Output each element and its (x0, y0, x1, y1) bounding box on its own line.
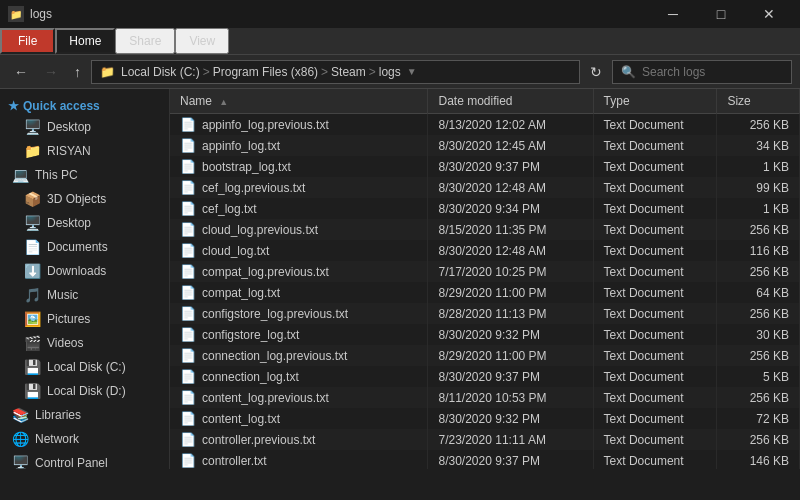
sidebar-item-desktop2[interactable]: 🖥️ Desktop (0, 211, 169, 235)
sidebar-item-documents[interactable]: 📄 Documents (0, 235, 169, 259)
sidebar-item-videos[interactable]: 🎬 Videos (0, 331, 169, 355)
search-box[interactable]: 🔍 (612, 60, 792, 84)
table-row[interactable]: 📄 controller.txt 8/30/2020 9:37 PM Text … (170, 450, 800, 469)
file-date: 7/23/2020 11:11 AM (428, 429, 593, 450)
file-icon: 📄 (180, 327, 196, 342)
file-name-cell: 📄 cloud_log.txt (170, 240, 428, 261)
sidebar-item-label: Desktop (47, 120, 91, 134)
table-row[interactable]: 📄 configstore_log.txt 8/30/2020 9:32 PM … (170, 324, 800, 345)
sidebar-item-label: Network (35, 432, 79, 446)
refresh-button[interactable]: ↻ (584, 60, 608, 84)
table-row[interactable]: 📄 cloud_log.previous.txt 8/15/2020 11:35… (170, 219, 800, 240)
file-icon: 📄 (180, 369, 196, 384)
col-header-name[interactable]: Name ▲ (170, 89, 428, 114)
path-seg-logs[interactable]: logs (379, 65, 401, 79)
path-seg-programfiles[interactable]: Program Files (x86) (213, 65, 318, 79)
file-icon: 📄 (180, 243, 196, 258)
tab-share[interactable]: Share (115, 28, 175, 54)
file-name: controller.txt (202, 454, 267, 468)
search-input[interactable] (642, 65, 792, 79)
file-name-cell: 📄 connection_log.previous.txt (170, 345, 428, 366)
file-type: Text Document (593, 387, 717, 408)
col-header-size[interactable]: Size (717, 89, 800, 114)
up-button[interactable]: ↑ (68, 60, 87, 84)
tab-file[interactable]: File (0, 28, 55, 54)
title-bar-controls: ─ □ ✕ (650, 0, 792, 28)
sidebar-item-risyan[interactable]: 📁 RISYAN (0, 139, 169, 163)
path-seg-c[interactable]: Local Disk (C:) (121, 65, 200, 79)
table-row[interactable]: 📄 compat_log.txt 8/29/2020 11:00 PM Text… (170, 282, 800, 303)
table-row[interactable]: 📄 compat_log.previous.txt 7/17/2020 10:2… (170, 261, 800, 282)
path-dropdown-arrow[interactable]: ▼ (407, 66, 417, 77)
table-row[interactable]: 📄 configstore_log.previous.txt 8/28/2020… (170, 303, 800, 324)
file-size: 256 KB (717, 429, 800, 450)
sidebar-item-downloads[interactable]: ⬇️ Downloads (0, 259, 169, 283)
file-name-cell: 📄 controller.previous.txt (170, 429, 428, 450)
table-row[interactable]: 📄 appinfo_log.txt 8/30/2020 12:45 AM Tex… (170, 135, 800, 156)
file-type: Text Document (593, 324, 717, 345)
path-arrow-1: > (203, 65, 210, 79)
main-layout: ★ Quick access 🖥️ Desktop 📁 RISYAN 💻 Thi… (0, 89, 800, 469)
sidebar-item-music[interactable]: 🎵 Music (0, 283, 169, 307)
table-row[interactable]: 📄 bootstrap_log.txt 8/30/2020 9:37 PM Te… (170, 156, 800, 177)
sidebar-item-label: Control Panel (35, 456, 108, 469)
sidebar-item-control-panel[interactable]: 🖥️ Control Panel (0, 451, 169, 469)
file-icon: 📄 (180, 453, 196, 468)
sidebar-item-pictures[interactable]: 🖼️ Pictures (0, 307, 169, 331)
file-name: cef_log.txt (202, 202, 257, 216)
file-name: content_log.txt (202, 412, 280, 426)
table-row[interactable]: 📄 cef_log.txt 8/30/2020 9:34 PM Text Doc… (170, 198, 800, 219)
col-header-date[interactable]: Date modified (428, 89, 593, 114)
sidebar-item-this-pc[interactable]: 💻 This PC (0, 163, 169, 187)
address-path[interactable]: 📁 Local Disk (C:) > Program Files (x86) … (91, 60, 580, 84)
tab-view[interactable]: View (175, 28, 229, 54)
maximize-button[interactable]: □ (698, 0, 744, 28)
table-row[interactable]: 📄 cef_log.previous.txt 8/30/2020 12:48 A… (170, 177, 800, 198)
forward-button[interactable]: → (38, 60, 64, 84)
sidebar-item-local-c[interactable]: 💾 Local Disk (C:) (0, 355, 169, 379)
tab-home[interactable]: Home (55, 28, 115, 54)
file-date: 8/30/2020 12:48 AM (428, 240, 593, 261)
file-name: appinfo_log.txt (202, 139, 280, 153)
table-row[interactable]: 📄 cloud_log.txt 8/30/2020 12:48 AM Text … (170, 240, 800, 261)
col-header-type[interactable]: Type (593, 89, 717, 114)
table-row[interactable]: 📄 content_log.txt 8/30/2020 9:32 PM Text… (170, 408, 800, 429)
search-icon: 🔍 (621, 65, 636, 79)
table-row[interactable]: 📄 connection_log.previous.txt 8/29/2020 … (170, 345, 800, 366)
sidebar-item-label: Videos (47, 336, 83, 350)
sidebar-item-network[interactable]: 🌐 Network (0, 427, 169, 451)
file-size: 64 KB (717, 282, 800, 303)
back-button[interactable]: ← (8, 60, 34, 84)
path-seg-steam[interactable]: Steam (331, 65, 366, 79)
file-name-cell: 📄 controller.txt (170, 450, 428, 469)
title-bar-icons: 📁 (8, 6, 24, 22)
minimize-button[interactable]: ─ (650, 0, 696, 28)
file-type: Text Document (593, 135, 717, 156)
documents-icon: 📄 (24, 239, 41, 255)
drive-d-icon: 💾 (24, 383, 41, 399)
file-name-cell: 📄 configstore_log.previous.txt (170, 303, 428, 324)
ribbon: File Home Share View (0, 28, 800, 55)
sidebar-item-label: Local Disk (D:) (47, 384, 126, 398)
table-row[interactable]: 📄 controller.previous.txt 7/23/2020 11:1… (170, 429, 800, 450)
table-row[interactable]: 📄 appinfo_log.previous.txt 8/13/2020 12:… (170, 114, 800, 136)
file-name-cell: 📄 compat_log.txt (170, 282, 428, 303)
sidebar-item-3dobjects[interactable]: 📦 3D Objects (0, 187, 169, 211)
sidebar-item-libraries[interactable]: 📚 Libraries (0, 403, 169, 427)
table-row[interactable]: 📄 connection_log.txt 8/30/2020 9:37 PM T… (170, 366, 800, 387)
file-type: Text Document (593, 450, 717, 469)
file-name-cell: 📄 content_log.previous.txt (170, 387, 428, 408)
file-name-cell: 📄 appinfo_log.previous.txt (170, 114, 428, 136)
downloads-icon: ⬇️ (24, 263, 41, 279)
sidebar-item-local-d[interactable]: 💾 Local Disk (D:) (0, 379, 169, 403)
sidebar-item-desktop[interactable]: 🖥️ Desktop (0, 115, 169, 139)
sidebar-section-quick-access[interactable]: ★ Quick access (0, 93, 169, 115)
file-date: 8/30/2020 9:37 PM (428, 450, 593, 469)
close-button[interactable]: ✕ (746, 0, 792, 28)
file-date: 8/28/2020 11:13 PM (428, 303, 593, 324)
file-table: Name ▲ Date modified Type Size (170, 89, 800, 469)
table-row[interactable]: 📄 content_log.previous.txt 8/11/2020 10:… (170, 387, 800, 408)
file-type: Text Document (593, 282, 717, 303)
file-date: 8/29/2020 11:00 PM (428, 282, 593, 303)
file-size: 256 KB (717, 387, 800, 408)
